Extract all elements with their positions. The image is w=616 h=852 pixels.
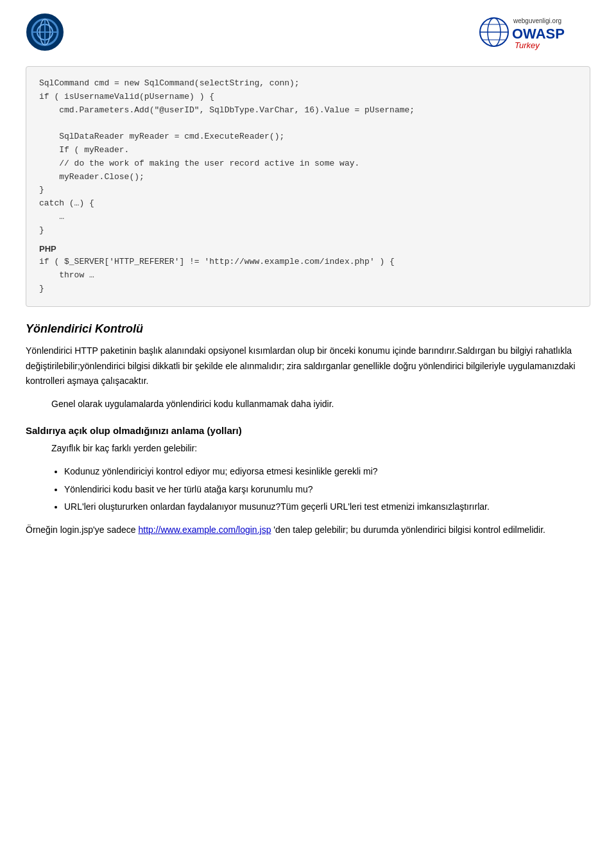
left-logo — [26, 13, 64, 53]
php-label: PHP — [26, 238, 590, 256]
svg-text:OWASP: OWASP — [512, 26, 565, 42]
bullet-list: Kodunuz yönlendiriciyi kontrol ediyor mu… — [64, 464, 590, 515]
csharp-code: SqlCommand cmd = new SqlCommand(selectSt… — [26, 67, 590, 238]
list-item: URL'leri oluştururken onlardan faydalanı… — [64, 500, 590, 515]
subsection-title: Saldırıya açık olup olmadığınızı anlama … — [26, 425, 590, 436]
paragraph-2-indented: Genel olarak uygulamalarda yönlendirici … — [51, 397, 590, 412]
right-logo: webguvenligi.org OWASP Turkey — [475, 13, 590, 53]
paragraph-3-start: Örneğin login.jsp'ye sadece — [26, 525, 138, 535]
code-block: SqlCommand cmd = new SqlCommand(selectSt… — [26, 66, 590, 307]
paragraph-3-link[interactable]: http://www.example.com/login.jsp — [138, 525, 271, 535]
svg-text:Turkey: Turkey — [515, 40, 540, 50]
subsection-intro: Zayıflık bir kaç farklı yerden gelebilir… — [51, 441, 590, 456]
paragraph-1: Yönlendirici HTTP paketinin başlık alanı… — [26, 343, 590, 389]
svg-text:webguvenligi.org: webguvenligi.org — [513, 17, 561, 24]
list-item: Yönlendirici kodu basit ve her türlü ata… — [64, 482, 590, 498]
header: webguvenligi.org OWASP Turkey — [26, 13, 590, 53]
php-code: if ( $_SERVER['HTTP_REFERER'] != 'http:/… — [26, 256, 590, 306]
paragraph-3: Örneğin login.jsp'ye sadece http://www.e… — [26, 523, 590, 538]
paragraph-3-end: 'den talep gelebilir; bu durumda yönlend… — [271, 525, 545, 535]
section-title: Yönlendirici Kontrolü — [26, 322, 590, 336]
list-item: Kodunuz yönlendiriciyi kontrol ediyor mu… — [64, 464, 590, 480]
page-container: webguvenligi.org OWASP Turkey SqlCommand… — [0, 0, 616, 559]
